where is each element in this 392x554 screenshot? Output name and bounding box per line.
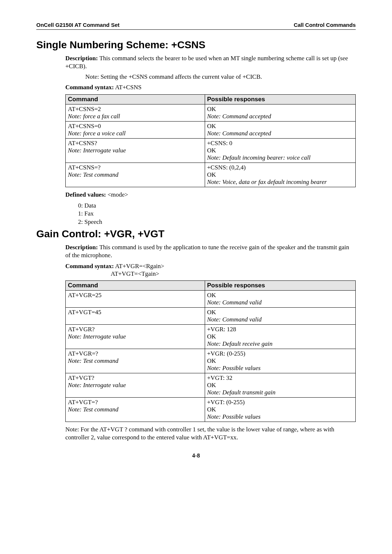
resp: +CSNS: (0,2,4)	[207, 164, 246, 171]
table-row: AT+VGR?Note: Interrogate value +VGR: 128…	[66, 324, 356, 349]
th-responses: Possible responses	[205, 280, 355, 290]
resp-ok: OK	[207, 382, 216, 389]
cmd: AT+VGR?	[68, 326, 95, 333]
resp-note: Note: Voice, data or fax default incomin…	[207, 178, 327, 185]
resp-ok: OK	[207, 333, 216, 340]
defined-value: 0: Data	[78, 202, 356, 210]
cmd: AT+CSNS?	[68, 140, 97, 147]
table-row: AT+VGR=25 OKNote: Command valid	[66, 290, 356, 307]
resp-note: Note: Possible values	[207, 413, 261, 420]
resp-ok: OK	[207, 171, 216, 178]
resp: +VGR: (0-255)	[207, 350, 245, 357]
resp: OK	[207, 123, 216, 130]
th-responses: Possible responses	[205, 95, 355, 104]
table-header-row: Command Possible responses	[66, 280, 356, 290]
table-row: AT+CSNS?Note: Interrogate value +CSNS: 0…	[66, 139, 356, 163]
desc-text: This command is used by the application …	[65, 244, 349, 259]
page-header: OnCell G2150I AT Command Set Call Contro…	[36, 22, 356, 30]
header-right: Call Control Commands	[294, 22, 356, 28]
table-row: AT+VGT=?Note: Test command +VGT: (0-255)…	[66, 397, 356, 422]
resp-ok: OK	[207, 147, 216, 154]
resp-note: Note: Default incoming bearer: voice cal…	[207, 154, 311, 161]
cmd: AT+VGR=?	[68, 350, 98, 357]
csns-syntax: Command syntax: AT+CSNS	[65, 83, 356, 91]
cmd: AT+VGR=25	[68, 292, 102, 299]
syntax-text-1: AT+VGR=<Rgain>	[114, 263, 164, 270]
gain-footnote: Note: For the AT+VGT ? command with cont…	[65, 426, 356, 442]
cmd-note: Note: Interrogate value	[68, 333, 126, 340]
gain-table: Command Possible responses AT+VGR=25 OKN…	[65, 280, 356, 422]
table-row: AT+CSNS=0Note: force a voice call OKNote…	[66, 122, 356, 139]
cmd: AT+VGT=?	[68, 399, 98, 406]
syntax-label: Command syntax:	[65, 263, 114, 270]
cmd-note: Note: force a voice call	[68, 130, 126, 137]
csns-table: Command Possible responses AT+CSNS=2Note…	[65, 94, 356, 187]
resp: +CSNS: 0	[207, 140, 233, 147]
csns-note: Note: Setting the +CSNS command affects …	[85, 73, 356, 81]
resp-note: Note: Command accepted	[207, 113, 271, 120]
resp-ok: OK	[207, 406, 216, 413]
table-row: AT+VGT=45 OKNote: Command valid	[66, 307, 356, 324]
resp: OK	[207, 309, 216, 316]
resp-note: Note: Command valid	[207, 299, 262, 306]
resp: OK	[207, 106, 216, 112]
desc-text: This command selects the bearer to be us…	[65, 55, 348, 70]
defined-label: Defined values:	[65, 191, 106, 198]
table-row: AT+CSNS=?Note: Test command +CSNS: (0,2,…	[66, 163, 356, 187]
cmd-note: Note: Test command	[68, 171, 118, 178]
resp-note: Note: Command valid	[207, 316, 262, 323]
cmd: AT+CSNS=0	[68, 123, 101, 130]
resp: OK	[207, 292, 216, 299]
cmd-note: Note: Test command	[68, 406, 118, 413]
th-command: Command	[66, 280, 205, 290]
resp: +VGT: (0-255)	[207, 399, 245, 406]
cmd: AT+CSNS=?	[68, 164, 101, 171]
table-row: AT+VGR=?Note: Test command +VGR: (0-255)…	[66, 349, 356, 373]
csns-title: Single Numbering Scheme: +CSNS	[36, 39, 356, 51]
page: OnCell G2150I AT Command Set Call Contro…	[0, 0, 392, 473]
table-row: AT+VGT?Note: Interrogate value +VGT: 32O…	[66, 373, 356, 397]
gain-title: Gain Control: +VGR, +VGT	[36, 228, 356, 240]
defined-value: 2: Speech	[78, 218, 356, 226]
table-header-row: Command Possible responses	[66, 95, 356, 104]
page-number: 4-8	[36, 452, 356, 459]
gain-syntax: Command syntax: AT+VGR=<Rgain>	[65, 262, 356, 270]
header-left: OnCell G2150I AT Command Set	[36, 22, 119, 28]
csns-defined-values: Defined values: <mode>	[65, 191, 356, 199]
cmd-note: Note: Test command	[68, 357, 118, 364]
defined-list: 0: Data 1: Fax 2: Speech	[78, 202, 356, 226]
cmd: AT+VGT?	[68, 374, 94, 381]
desc-label: Description:	[65, 244, 98, 251]
resp-ok: OK	[207, 357, 216, 364]
cmd: AT+VGT=45	[68, 309, 101, 316]
resp-note: Note: Default transmit gain	[207, 389, 275, 396]
syntax-text: AT+CSNS	[114, 84, 142, 91]
syntax-label: Command syntax:	[65, 84, 114, 91]
resp-note: Note: Command accepted	[207, 130, 271, 137]
resp: +VGR: 128	[207, 326, 236, 333]
resp: +VGT: 32	[207, 374, 233, 381]
desc-label: Description:	[65, 55, 98, 62]
th-command: Command	[66, 95, 205, 104]
cmd-note: Note: Interrogate value	[68, 382, 126, 389]
table-row: AT+CSNS=2Note: force a fax call OKNote: …	[66, 104, 356, 122]
defined-value: 1: Fax	[78, 210, 356, 218]
resp-note: Note: Default receive gain	[207, 340, 273, 347]
cmd-note: Note: Interrogate value	[68, 147, 126, 154]
cmd: AT+CSNS=2	[68, 106, 101, 112]
defined-param: <mode>	[106, 191, 128, 198]
resp-note: Note: Possible values	[207, 365, 261, 372]
gain-description: Description: This command is used by the…	[65, 243, 356, 259]
gain-syntax-2: AT+VGT=<Tgain>	[111, 270, 356, 278]
cmd-note: Note: force a fax call	[68, 113, 120, 120]
csns-description: Description: This command selects the be…	[65, 54, 356, 70]
